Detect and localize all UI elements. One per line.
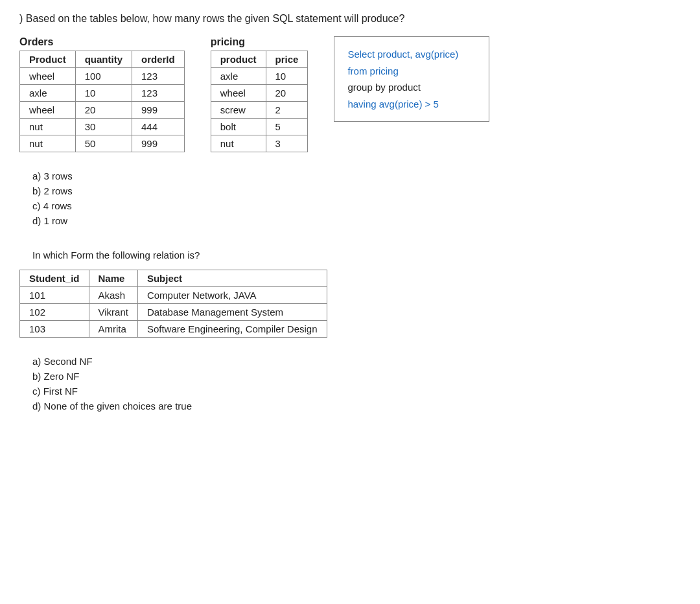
table-row: axle10123 xyxy=(20,85,185,102)
table-cell: 103 xyxy=(20,321,89,338)
table-cell: 10 xyxy=(75,85,132,102)
table-cell: 30 xyxy=(75,119,132,135)
table-cell: nut xyxy=(211,135,266,152)
table-row: axle10 xyxy=(211,68,308,85)
table-cell: 999 xyxy=(132,102,185,119)
table-cell: 3 xyxy=(266,135,308,152)
table-cell: screw xyxy=(211,102,266,119)
table-cell: Akash xyxy=(89,287,137,304)
orders-col-product: Product xyxy=(20,51,76,68)
q1-answers: a) 3 rowsb) 2 rowsc) 4 rowsd) 1 row xyxy=(32,170,681,226)
table-row: bolt5 xyxy=(211,119,308,135)
orders-table: Product quantity orderId wheel100123axle… xyxy=(19,51,185,152)
orders-table-title: Orders xyxy=(19,36,185,48)
table-cell: axle xyxy=(20,85,76,102)
table-cell: nut xyxy=(20,119,76,135)
sql-line4: having avg(price) > 5 xyxy=(347,96,476,113)
answer-item: a) Second NF xyxy=(32,356,681,367)
pricing-table-group: pricing product price axle10wheel20screw… xyxy=(211,36,309,152)
table-cell: Database Management System xyxy=(137,304,327,321)
pricing-col-price: price xyxy=(266,51,308,68)
orders-col-quantity: quantity xyxy=(75,51,132,68)
pricing-col-product: product xyxy=(211,51,266,68)
table-cell: 50 xyxy=(75,135,132,152)
answer-item: c) First NF xyxy=(32,386,681,397)
table-cell: axle xyxy=(211,68,266,85)
student-table: Student_id Name Subject 101AkashComputer… xyxy=(19,270,327,338)
table-row: wheel20999 xyxy=(20,102,185,119)
table-cell: 999 xyxy=(132,135,185,152)
pricing-table-title: pricing xyxy=(211,36,309,48)
answer-item: b) Zero NF xyxy=(32,371,681,382)
table-row: 101AkashComputer Network, JAVA xyxy=(20,287,327,304)
table-row: nut3 xyxy=(211,135,308,152)
table-cell: 100 xyxy=(75,68,132,85)
table-cell: Software Engineering, Compiler Design xyxy=(137,321,327,338)
table-cell: 10 xyxy=(266,68,308,85)
orders-table-group: Orders Product quantity orderId wheel100… xyxy=(19,36,185,152)
table-cell: 5 xyxy=(266,119,308,135)
student-col-name: Name xyxy=(89,270,137,287)
table-row: screw2 xyxy=(211,102,308,119)
table-cell: nut xyxy=(20,135,76,152)
table-row: wheel20 xyxy=(211,85,308,102)
question1-header: ) Based on the tables below, how many ro… xyxy=(19,13,681,25)
table-cell: 20 xyxy=(75,102,132,119)
table-cell: 2 xyxy=(266,102,308,119)
table-row: 102VikrantDatabase Management System xyxy=(20,304,327,321)
student-col-subject: Subject xyxy=(137,270,327,287)
q2-answers: a) Second NFb) Zero NFc) First NFd) None… xyxy=(32,356,681,412)
table-row: wheel100123 xyxy=(20,68,185,85)
sql-line2: from pricing xyxy=(347,63,476,80)
pricing-table: product price axle10wheel20screw2bolt5nu… xyxy=(211,51,309,152)
table-row: nut50999 xyxy=(20,135,185,152)
table-cell: bolt xyxy=(211,119,266,135)
table-cell: wheel xyxy=(20,68,76,85)
table-cell: wheel xyxy=(211,85,266,102)
student-table-wrap: Student_id Name Subject 101AkashComputer… xyxy=(19,270,681,338)
answer-item: a) 3 rows xyxy=(32,170,681,181)
tables-section: Orders Product quantity orderId wheel100… xyxy=(19,36,681,152)
table-cell: 123 xyxy=(132,85,185,102)
answer-item: c) 4 rows xyxy=(32,200,681,211)
answer-item: d) None of the given choices are true xyxy=(32,401,681,412)
table-cell: Amrita xyxy=(89,321,137,338)
answer-item: d) 1 row xyxy=(32,215,681,226)
table-cell: 444 xyxy=(132,119,185,135)
sql-line1: Select product, avg(price) xyxy=(347,46,476,63)
question2-header: In which Form the following relation is? xyxy=(32,250,681,261)
sql-box: Select product, avg(price) from pricing … xyxy=(334,36,489,122)
sql-line3: group by product xyxy=(347,79,476,96)
table-cell: 101 xyxy=(20,287,89,304)
table-row: nut30444 xyxy=(20,119,185,135)
table-cell: Computer Network, JAVA xyxy=(137,287,327,304)
student-col-id: Student_id xyxy=(20,270,89,287)
table-cell: 20 xyxy=(266,85,308,102)
table-cell: 123 xyxy=(132,68,185,85)
table-row: 103AmritaSoftware Engineering, Compiler … xyxy=(20,321,327,338)
answer-item: b) 2 rows xyxy=(32,185,681,196)
table-cell: wheel xyxy=(20,102,76,119)
table-cell: 102 xyxy=(20,304,89,321)
orders-col-orderid: orderId xyxy=(132,51,185,68)
table-cell: Vikrant xyxy=(89,304,137,321)
